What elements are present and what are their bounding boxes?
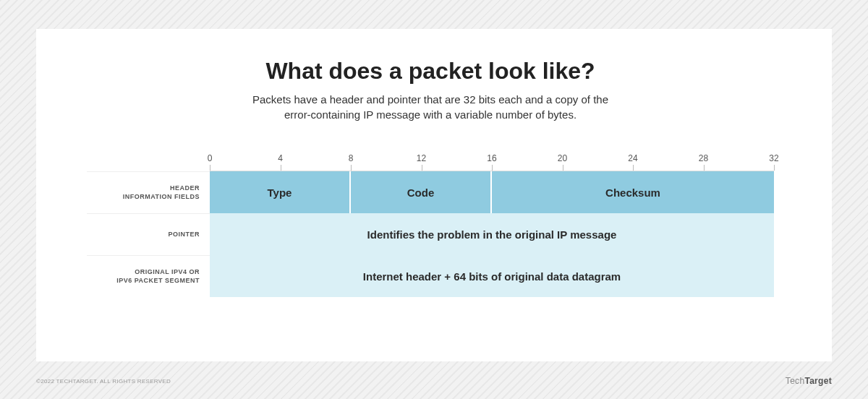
tick-mark xyxy=(351,165,352,171)
diagram-subtitle: Packets have a header and pointer that a… xyxy=(87,92,774,122)
bit-ruler: 0 4 8 12 16 20 24 28 32 xyxy=(210,151,774,171)
tick-label: 8 xyxy=(349,153,354,163)
diagram-card: What does a packet look like? Packets ha… xyxy=(36,29,832,361)
tick-mark xyxy=(281,165,281,171)
field-type: Type xyxy=(210,171,351,213)
tick-mark xyxy=(422,165,422,171)
brand-text-bold: Target xyxy=(804,376,832,386)
tick-label: 32 xyxy=(769,153,778,163)
row-label-original-segment: ORIGINAL IPV4 OR IPV6 PACKET SEGMENT xyxy=(87,255,210,297)
original-segment-row: Internet header + 64 bits of original da… xyxy=(210,255,774,297)
field-pointer: Identifies the problem in the original I… xyxy=(210,213,774,255)
subtitle-line-1: Packets have a header and pointer that a… xyxy=(252,93,608,106)
tick-mark xyxy=(563,165,563,171)
pointer-row: Identifies the problem in the original I… xyxy=(210,213,774,255)
brand-logo: TechTarget xyxy=(786,376,832,386)
field-original-data: Internet header + 64 bits of original da… xyxy=(210,255,774,297)
tick-mark xyxy=(492,165,493,171)
field-code: Code xyxy=(351,171,492,213)
row-labels-column: HEADER INFORMATION FIELDS POINTER ORIGIN… xyxy=(87,151,210,297)
copyright-text: ©2022 TECHTARGET. ALL RIGHTS RESERVED xyxy=(36,378,171,385)
row-label-header: HEADER INFORMATION FIELDS xyxy=(87,171,210,213)
ruler-spacer xyxy=(87,151,210,171)
bit-layout-column: 0 4 8 12 16 20 24 28 32 Type xyxy=(210,151,774,297)
tick-mark xyxy=(633,165,634,171)
tick-label: 28 xyxy=(699,153,708,163)
tick-label: 20 xyxy=(558,153,567,163)
tick-label: 24 xyxy=(628,153,637,163)
tick-mark xyxy=(210,165,210,171)
field-checksum: Checksum xyxy=(492,171,774,213)
row-label-pointer: POINTER xyxy=(87,213,210,255)
tick-label: 4 xyxy=(278,153,283,163)
footer: ©2022 TECHTARGET. ALL RIGHTS RESERVED Te… xyxy=(36,376,832,386)
tick-mark xyxy=(704,165,705,171)
tick-label: 16 xyxy=(487,153,496,163)
tick-label: 0 xyxy=(208,153,213,163)
header-fields-row: Type Code Checksum xyxy=(210,171,774,213)
tick-mark xyxy=(774,165,775,171)
packet-diagram: HEADER INFORMATION FIELDS POINTER ORIGIN… xyxy=(87,151,774,297)
subtitle-line-2: error-containing IP message with a varia… xyxy=(284,108,576,121)
diagram-title: What does a packet look like? xyxy=(87,58,774,85)
brand-text-light: Tech xyxy=(786,376,805,386)
tick-label: 12 xyxy=(417,153,426,163)
